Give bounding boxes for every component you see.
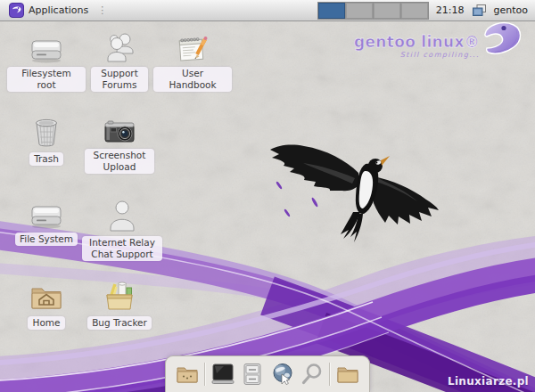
icon-label: Bug Tracker [87,316,152,330]
desktop-screen: gentoo linux® Still compiling... Applica… [0,0,535,392]
applications-menu[interactable]: Applications [5,2,92,19]
workspace-3[interactable] [374,3,400,19]
users-icon [103,32,136,64]
notepad-pencil-icon [175,34,210,64]
desktop-icon-file-system[interactable]: File System [5,201,87,246]
dock-file-manager[interactable] [240,361,265,388]
icon-label: User Handbook [153,67,232,92]
trash-basket-icon [30,116,62,150]
dock [165,355,370,392]
folder-icon [335,362,360,387]
harddisk-icon [29,36,64,64]
workspace-4[interactable] [401,3,428,19]
icon-label: File System [15,233,78,246]
panel-handle[interactable]: ⋮ [97,5,107,15]
desktop-icon-trash[interactable]: Trash [5,116,87,166]
person-icon [107,200,137,233]
search-icon [300,362,325,387]
desktop-icon-bug-tracker[interactable]: Bug Tracker [85,280,154,330]
workspace-pager [317,2,429,20]
icon-label: Support Forums [91,67,148,92]
harddisk-icon [29,201,64,230]
top-panel: Applications ⋮ 21:18 gentoo [0,0,535,21]
username-label[interactable]: gentoo [494,4,529,16]
icon-label: Screenshot Upload [85,149,154,174]
dock-separator [329,363,331,386]
dock-folder[interactable] [335,361,360,388]
desktop-icon-support-forums[interactable]: Support Forums [85,32,154,92]
home-folder-icon [29,282,64,314]
icon-label: Trash [29,152,63,166]
icon-label: Internet Relay Chat Support [82,236,162,261]
workspace-2[interactable] [346,3,373,19]
desktop-icon-filesystem-root[interactable]: Filesystem root [5,36,87,92]
toolbox-icon [102,280,137,314]
workspace-1[interactable] [318,3,345,19]
desktop-icon-irc-support[interactable]: Internet Relay Chat Support [82,200,162,261]
dock-terminal[interactable] [210,361,235,388]
gentoo-brand-subtitle: Still compiling... [400,51,480,59]
desktop-icon-home[interactable]: Home [5,282,87,330]
globe-cursor-icon [270,362,295,387]
icon-label: Home [28,316,64,330]
gentoo-brand-title: gentoo linux® [354,33,480,51]
desktop-icon-user-handbook[interactable]: User Handbook [150,34,235,92]
file-cabinet-icon [240,362,265,387]
windows-session-icon[interactable] [472,4,487,18]
terminal-icon [210,362,235,387]
icon-label: Filesystem root [7,67,86,92]
camera-icon [103,118,136,146]
applications-label: Applications [29,4,88,16]
gentoo-logo-icon [9,3,24,18]
clock[interactable]: 21:18 [436,4,465,16]
dock-places-folder[interactable] [175,361,200,388]
dock-web-browser[interactable] [270,361,295,388]
desktop-icon-screenshot-upload[interactable]: Screenshot Upload [85,118,154,174]
folder-dots-icon [175,362,200,387]
dock-search[interactable] [300,361,325,388]
dock-separator [204,363,206,386]
watermark-label: Linuxiarze.pl [448,375,529,388]
